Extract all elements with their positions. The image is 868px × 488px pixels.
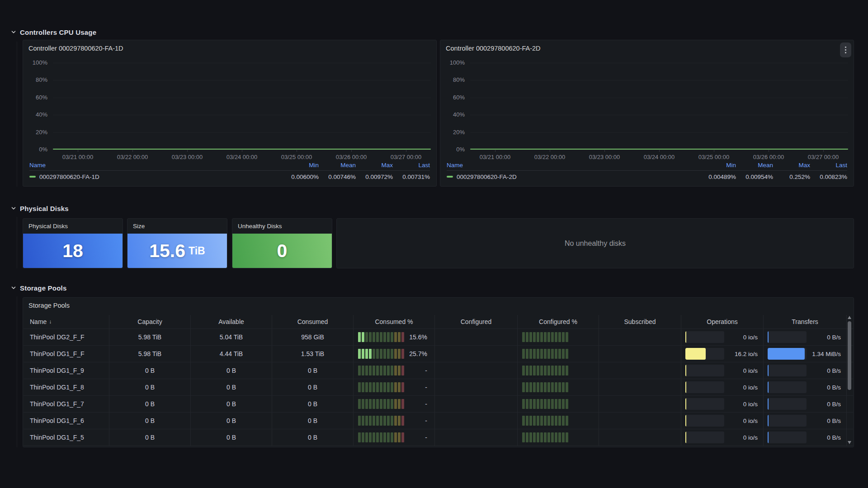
- legend-value-last: 0.00731%: [393, 174, 430, 180]
- panel-storage-pools-table: Storage Pools Name↓CapacityAvailableCons…: [23, 297, 854, 447]
- legend-header-last[interactable]: Last: [810, 162, 847, 169]
- consumed-lcd-gauge: [358, 349, 404, 359]
- section-header-physical-disks[interactable]: Physical Disks: [11, 203, 69, 213]
- panel-title[interactable]: Controller 000297800620-FA-1D: [23, 40, 436, 53]
- y-axis-label: 80%: [446, 76, 465, 83]
- scroll-down-icon[interactable]: [848, 441, 851, 444]
- cell-operations: 0 io/s: [681, 379, 764, 395]
- table-row: ThinPool DG1_F_50 B0 B0 B-0 io/s0 B/s: [24, 429, 853, 446]
- column-header-configured[interactable]: Configured: [435, 315, 518, 328]
- column-header-subscribed[interactable]: Subscribed: [599, 315, 681, 328]
- cpu-usage-chart[interactable]: 100%80%60%40%20%0%03/21 00:0003/22 00:00…: [28, 63, 432, 160]
- cell-consumed: 0 B: [272, 362, 354, 379]
- operations-value: 0 io/s: [724, 434, 763, 441]
- y-axis-label: 20%: [446, 129, 465, 136]
- cell-available: 0 B: [191, 396, 272, 412]
- cell-available: 5.04 TiB: [191, 329, 272, 345]
- legend-series-name[interactable]: 000297800620-FA-2D: [447, 174, 699, 180]
- legend-header-min[interactable]: Min: [699, 162, 736, 169]
- transfers-bar-fill: [768, 331, 769, 343]
- column-header-configured-[interactable]: Configured %: [518, 315, 599, 328]
- cell-pool-name[interactable]: ThinPool DG1_F_F: [24, 346, 109, 362]
- section-guide-line: [17, 296, 17, 447]
- cell-transfers: 0 B/s: [764, 362, 847, 379]
- table-scrollbar[interactable]: [847, 315, 852, 445]
- legend-value-max: 0.252%: [773, 174, 810, 180]
- series-color-swatch: [447, 176, 453, 178]
- cell-pool-name[interactable]: ThinPool DG1_F_7: [24, 396, 109, 412]
- legend-value-min: 0.00600%: [282, 174, 319, 180]
- x-axis-tick: [242, 150, 242, 152]
- stat-panel-physical-disks: Physical Disks 18: [23, 218, 123, 268]
- panel-unhealthy-disks-list: No unhealthy disks: [336, 218, 854, 268]
- section-header-controllers-cpu[interactable]: Controllers CPU Usage: [11, 27, 96, 37]
- consumed-lcd-gauge: [358, 416, 404, 426]
- cell-subscribed: [599, 329, 681, 345]
- legend-series-name[interactable]: 000297800620-FA-1D: [29, 174, 282, 180]
- cell-consumed-pct: -: [354, 413, 435, 429]
- panel-title[interactable]: Controller 000297800620-FA-2D: [440, 40, 854, 53]
- legend-header-last[interactable]: Last: [393, 162, 430, 169]
- cell-transfers: 0 B/s: [764, 329, 847, 345]
- cell-pool-name[interactable]: ThinPool DG1_F_8: [24, 379, 109, 395]
- cpu-usage-chart[interactable]: 100%80%60%40%20%0%03/21 00:0003/22 00:00…: [446, 63, 849, 160]
- transfers-value: 0 B/s: [807, 384, 846, 391]
- legend-value-min: 0.00489%: [699, 174, 736, 180]
- stat-panel-unhealthy-disks: Unhealthy Disks 0: [232, 218, 332, 268]
- cell-pool-name[interactable]: ThinPool DG1_F_6: [24, 413, 109, 429]
- cell-pool-name[interactable]: ThinPool DG1_F_5: [24, 429, 109, 446]
- column-header-available[interactable]: Available: [191, 315, 272, 328]
- column-header-operations[interactable]: Operations: [681, 315, 764, 328]
- legend-header-mean[interactable]: Mean: [319, 162, 356, 169]
- cell-consumed-pct: -: [354, 379, 435, 395]
- y-axis-label: 0%: [446, 146, 465, 153]
- cell-pool-name[interactable]: ThinPool DG1_F_9: [24, 362, 109, 379]
- transfers-bar-fill: [768, 365, 769, 376]
- scrollbar-thumb[interactable]: [848, 321, 851, 390]
- stat-panel-size: Size 15.6 TiB: [127, 218, 227, 268]
- legend-header-name[interactable]: Name: [447, 162, 699, 169]
- transfers-bar-track: [768, 331, 807, 343]
- panel-title[interactable]: Storage Pools: [23, 298, 854, 310]
- series-color-swatch: [29, 176, 36, 178]
- section-header-storage-pools[interactable]: Storage Pools: [11, 283, 66, 293]
- y-gridline: [53, 98, 431, 98]
- legend-header-row: NameMinMeanMaxLast: [29, 160, 430, 171]
- legend-header-max[interactable]: Max: [356, 162, 393, 169]
- column-header-transfers[interactable]: Transfers: [764, 315, 847, 328]
- scroll-up-icon[interactable]: [848, 316, 851, 319]
- operations-bar-track: [685, 415, 724, 427]
- sort-desc-icon: ↓: [49, 319, 52, 325]
- panel-menu-kebab-icon[interactable]: [840, 42, 851, 57]
- column-header-name[interactable]: Name↓: [24, 315, 109, 328]
- operations-value: 16.2 io/s: [724, 351, 763, 357]
- cell-operations: 0 io/s: [681, 413, 764, 429]
- cell-capacity: 0 B: [109, 413, 191, 429]
- consumed-pct-value: -: [404, 400, 434, 408]
- y-axis-label: 40%: [28, 111, 47, 118]
- column-header-consumed[interactable]: Consumed: [272, 315, 354, 328]
- consumed-lcd-gauge: [358, 382, 404, 392]
- transfers-bar-fill: [768, 398, 769, 410]
- table-row-partial: [24, 446, 853, 446]
- column-header-capacity[interactable]: Capacity: [109, 315, 191, 328]
- legend-header-max[interactable]: Max: [773, 162, 810, 169]
- table-row: ThinPool DG1_F_F5.98 TiB4.44 TiB1.53 TiB…: [24, 345, 853, 362]
- cell-consumed-pct: 25.7%: [354, 346, 435, 362]
- transfers-bar-fill: [768, 348, 805, 360]
- x-axis-tick: [132, 150, 133, 152]
- column-header-consumed-[interactable]: Consumed %: [354, 315, 435, 328]
- configured-lcd-gauge: [522, 399, 568, 409]
- legend-header-mean[interactable]: Mean: [736, 162, 773, 169]
- y-axis-label: 100%: [28, 59, 47, 66]
- transfers-value: 0 B/s: [807, 334, 846, 341]
- legend-header-name[interactable]: Name: [29, 162, 282, 169]
- cell-transfers: 0 B/s: [764, 396, 847, 412]
- legend-value-mean: 0.00954%: [736, 174, 773, 180]
- transfers-bar-fill: [768, 415, 769, 427]
- cell-available: 0 B: [191, 362, 272, 379]
- cell-consumed: 0 B: [272, 429, 354, 446]
- legend-header-min[interactable]: Min: [282, 162, 319, 169]
- cell-pool-name[interactable]: ThinPool DG2_F_F: [24, 329, 109, 345]
- operations-bar-fill: [685, 348, 706, 360]
